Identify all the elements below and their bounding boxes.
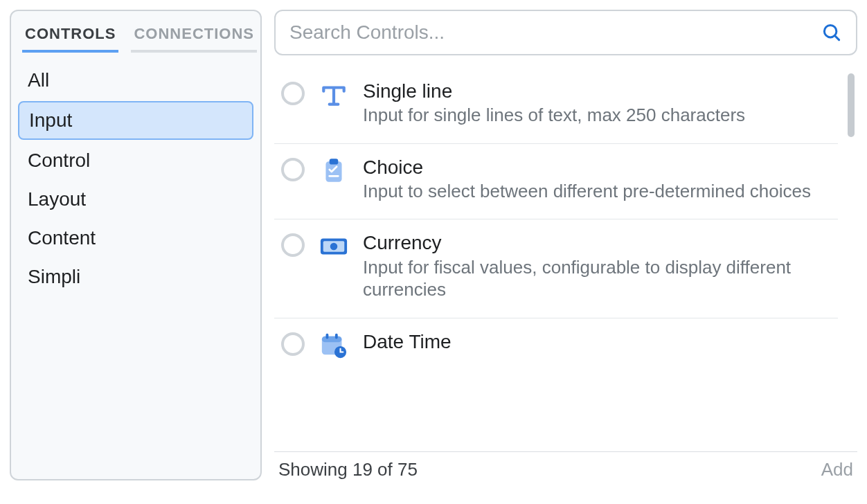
sidebar-item-all[interactable]: All bbox=[18, 62, 253, 98]
svg-rect-3 bbox=[330, 159, 339, 164]
svg-rect-11 bbox=[335, 333, 338, 339]
svg-line-1 bbox=[835, 36, 839, 40]
list-item[interactable]: Single line Input for single lines of te… bbox=[274, 68, 838, 144]
sidebar-item-layout[interactable]: Layout bbox=[18, 181, 253, 217]
list-item-desc: Input to select between different pre-de… bbox=[363, 180, 834, 203]
result-count: Showing 19 of 75 bbox=[278, 459, 418, 480]
sidebar-item-input[interactable]: Input bbox=[18, 101, 253, 140]
svg-rect-9 bbox=[322, 336, 342, 342]
control-list[interactable]: Single line Input for single lines of te… bbox=[274, 68, 857, 447]
list-item[interactable]: Currency Input for fiscal values, config… bbox=[274, 219, 838, 318]
sidebar: CONTROLS CONNECTIONS All Input Control L… bbox=[10, 10, 262, 480]
text-icon bbox=[317, 80, 350, 109]
list-item-title: Single line bbox=[363, 80, 834, 102]
list-item[interactable]: Date Time bbox=[274, 318, 838, 366]
svg-rect-10 bbox=[326, 333, 329, 339]
clipboard-icon bbox=[317, 156, 350, 186]
list-item-text: Single line Input for single lines of te… bbox=[363, 80, 834, 127]
list-item-title: Choice bbox=[363, 156, 834, 179]
radio-button[interactable] bbox=[281, 82, 305, 105]
svg-rect-2 bbox=[325, 161, 341, 181]
tab-controls[interactable]: CONTROLS bbox=[22, 21, 118, 53]
calendar-clock-icon bbox=[317, 331, 350, 360]
currency-icon bbox=[317, 232, 350, 261]
search-input[interactable] bbox=[288, 21, 820, 44]
svg-point-7 bbox=[330, 243, 338, 251]
sidebar-item-content[interactable]: Content bbox=[18, 220, 253, 256]
list-item-text: Date Time bbox=[363, 331, 834, 354]
list-item[interactable]: Choice Input to select between different… bbox=[274, 144, 838, 220]
list-item-text: Choice Input to select between different… bbox=[363, 156, 834, 203]
list-item-title: Date Time bbox=[363, 331, 834, 353]
radio-button[interactable] bbox=[281, 158, 305, 181]
sidebar-item-simpli[interactable]: Simpli bbox=[18, 259, 253, 295]
list-footer: Showing 19 of 75 Add bbox=[274, 451, 857, 480]
search-icon[interactable] bbox=[820, 22, 843, 43]
sidebar-item-control[interactable]: Control bbox=[18, 143, 253, 179]
list-item-title: Currency bbox=[363, 232, 834, 254]
main-panel: Single line Input for single lines of te… bbox=[274, 10, 857, 480]
list-item-desc: Input for single lines of text, max 250 … bbox=[363, 104, 834, 127]
radio-button[interactable] bbox=[281, 332, 305, 356]
tab-connections[interactable]: CONNECTIONS bbox=[131, 21, 257, 53]
search-bar bbox=[274, 10, 857, 55]
scrollbar-thumb[interactable] bbox=[848, 73, 855, 137]
list-item-text: Currency Input for fiscal values, config… bbox=[363, 232, 834, 300]
radio-button[interactable] bbox=[281, 233, 305, 257]
list-item-desc: Input for fiscal values, configurable to… bbox=[363, 256, 834, 301]
sidebar-category-list: All Input Control Layout Content Simpli bbox=[18, 62, 253, 295]
sidebar-tabs: CONTROLS CONNECTIONS bbox=[18, 18, 253, 53]
control-list-region: Single line Input for single lines of te… bbox=[274, 68, 857, 480]
add-button[interactable]: Add bbox=[821, 459, 853, 480]
